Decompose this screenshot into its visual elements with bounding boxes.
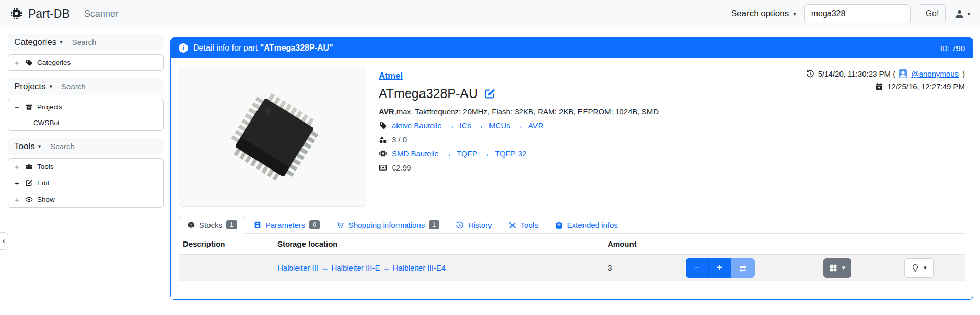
tab-badge: 0	[309, 220, 320, 229]
storage-location-link[interactable]: Halbleiter III-E	[331, 263, 380, 272]
user-menu-dropdown[interactable]: ▾	[954, 9, 970, 19]
storage-location-link[interactable]: Halbleiter III	[277, 263, 318, 272]
sidebar: Categories ▾ + Categories Projects ▾ −	[8, 34, 164, 215]
expand-icon[interactable]: +	[14, 195, 20, 204]
tree-item-projects[interactable]: − Projects	[8, 99, 163, 115]
toolbox-icon	[25, 163, 33, 171]
tree-item-label: CWSBot	[33, 119, 60, 127]
collapse-icon[interactable]: −	[14, 103, 20, 111]
tree-item-cwsbot[interactable]: CWSBot	[8, 115, 163, 130]
categories-panel-header: Categories ▾	[8, 34, 164, 51]
column-header-storage-location: Storage location	[273, 233, 603, 254]
tree-item-edit[interactable]: + Edit	[8, 175, 163, 191]
path-arrow-icon: →	[447, 121, 455, 130]
category-link[interactable]: aktive Bauteile	[392, 121, 442, 130]
expand-icon[interactable]: +	[14, 179, 20, 187]
nav-link-scanner[interactable]: Scanner	[84, 9, 119, 19]
tag-icon	[25, 59, 33, 66]
stock-summary-row: 3 / 0	[379, 135, 407, 144]
expand-icon[interactable]: +	[14, 58, 20, 67]
move-stock-button[interactable]	[731, 258, 755, 278]
tree-item-label: Show	[37, 196, 55, 203]
avatar	[899, 69, 907, 78]
part-description-bold: AVR	[379, 107, 394, 116]
amount-stepper: − +	[686, 258, 755, 278]
tab-history[interactable]: History	[448, 216, 500, 234]
part-id-label: ID: 790	[940, 44, 965, 53]
increase-amount-button[interactable]: +	[708, 258, 731, 278]
projects-search-input[interactable]	[61, 82, 138, 91]
label-options-dropdown[interactable]: ▾	[823, 258, 851, 278]
category-link[interactable]: AVR	[528, 121, 544, 130]
grid-icon	[829, 264, 837, 272]
cart-icon	[336, 221, 344, 229]
shapes-icon	[379, 135, 387, 144]
category-link[interactable]: MCUs	[489, 121, 510, 130]
eye-icon	[25, 196, 33, 203]
tree-item-show[interactable]: + Show	[8, 191, 163, 207]
tools-search-input[interactable]	[50, 142, 127, 151]
part-description-rest: ,max. Taktfrequenz: 20MHz, Flash: 32KB, …	[394, 107, 659, 116]
tab-extended-infos[interactable]: Extended infos	[547, 216, 626, 234]
user-icon	[899, 69, 907, 78]
stock-row: Halbleiter III → Halbleiter III-E → Halb…	[179, 255, 965, 281]
tree-item-label: Categories	[37, 59, 71, 66]
tree-item-label: Edit	[37, 179, 49, 187]
category-link[interactable]: ICs	[460, 121, 472, 130]
tab-parameters[interactable]: Parameters 0	[245, 216, 328, 234]
footprint-link[interactable]: TQFP-32	[495, 149, 527, 158]
tools-icon	[508, 221, 517, 229]
cpu-chip-icon	[10, 7, 23, 20]
part-image-card[interactable]	[179, 67, 366, 207]
tools-tree: + Tools + Edit + Show	[8, 158, 164, 208]
part-name: ATmega328P-AU	[379, 86, 478, 101]
footprint-link[interactable]: SMD Bauteile	[392, 149, 439, 158]
modified-user-link[interactable]: @anonymous	[911, 69, 959, 78]
cash-icon	[379, 163, 387, 172]
expand-icon[interactable]: +	[14, 162, 20, 171]
stock-light-cell: ▾	[900, 258, 965, 278]
go-button[interactable]: Go!	[919, 4, 946, 23]
locate-dropdown[interactable]: ▾	[904, 258, 934, 278]
archive-icon	[25, 103, 33, 111]
stock-stepper-cell: − +	[682, 258, 819, 278]
tab-stocks[interactable]: Stocks 1	[179, 216, 245, 234]
path-arrow-icon: →	[382, 263, 391, 272]
projects-panel-dropdown[interactable]: Projects ▾	[14, 82, 52, 92]
column-header-amount: Amount	[603, 233, 682, 254]
tab-shopping-informations[interactable]: Shopping informations 1	[328, 216, 448, 234]
search-options-dropdown[interactable]: Search options ▾	[731, 9, 796, 19]
chevron-down-icon: ▾	[49, 84, 52, 89]
stocks-table: Description Storage location Amount Halb…	[179, 233, 965, 281]
collapse-sidebar-handle[interactable]: ‹	[0, 232, 8, 250]
tree-item-categories[interactable]: + Categories	[8, 55, 163, 70]
detail-tabs: Stocks 1 Parameters 0 Shopping informa	[179, 216, 965, 234]
search-input[interactable]	[804, 4, 911, 23]
categories-tree: + Categories	[8, 54, 164, 71]
column-header-description: Description	[179, 233, 273, 254]
footprint-link[interactable]: TQFP	[457, 149, 477, 158]
storage-location-link[interactable]: Halbleiter III-E4	[393, 263, 446, 272]
category-row: aktive Bauteile → ICs → MCUs → AVR	[379, 121, 543, 130]
swap-arrows-icon	[738, 263, 748, 273]
categories-search-input[interactable]	[72, 38, 149, 46]
brand-label: Part-DB	[28, 7, 70, 21]
clock-history-icon	[806, 70, 814, 78]
chevron-down-icon: ▾	[60, 39, 63, 45]
stocks-table-header: Description Storage location Amount	[179, 233, 965, 255]
stock-location-cell: Halbleiter III → Halbleiter III-E → Halb…	[273, 263, 603, 272]
part-detail-card: i Detail info for part "ATmega328P-AU" I…	[170, 37, 973, 300]
categories-panel-dropdown[interactable]: Categories ▾	[14, 37, 63, 47]
brand-link[interactable]: Part-DB	[10, 7, 70, 21]
manufacturer-link[interactable]: Atmel	[379, 71, 403, 81]
tree-item-tools[interactable]: + Tools	[8, 159, 163, 175]
chevron-down-icon: ▾	[793, 11, 796, 17]
tree-item-label: Tools	[37, 163, 54, 171]
projects-panel-header: Projects ▾	[8, 78, 164, 95]
tab-label: Parameters	[266, 221, 306, 229]
edit-part-icon[interactable]	[484, 88, 496, 100]
part-title-row: ATmega328P-AU	[379, 86, 496, 101]
tab-tools[interactable]: Tools	[500, 216, 547, 234]
decrease-amount-button[interactable]: −	[686, 258, 708, 278]
tools-panel-dropdown[interactable]: Tools ▾	[14, 141, 41, 152]
